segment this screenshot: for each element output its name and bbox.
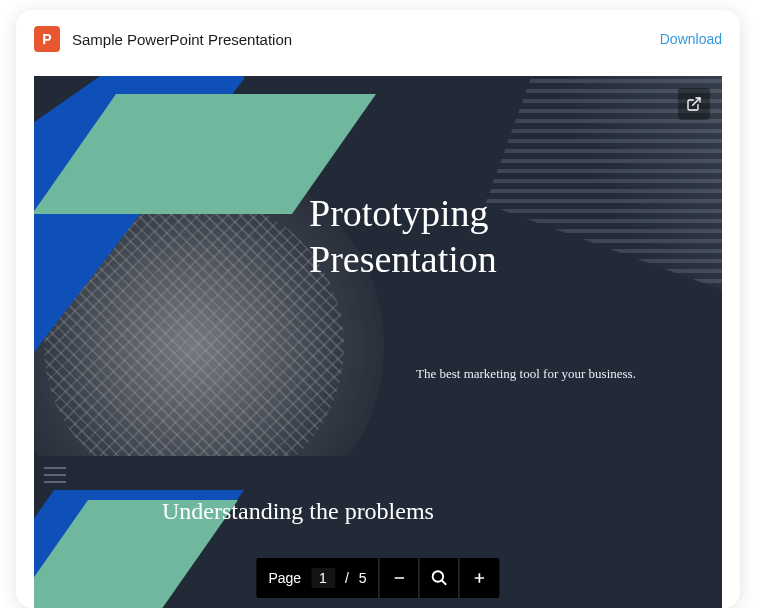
page-indicator: Page 1 / 5 <box>256 558 379 598</box>
powerpoint-icon-letter: P <box>42 31 51 47</box>
powerpoint-icon: P <box>34 26 60 52</box>
download-link[interactable]: Download <box>660 31 722 47</box>
popout-button[interactable] <box>678 88 710 120</box>
zoom-in-button[interactable] <box>460 558 500 598</box>
magnifier-icon <box>430 569 448 587</box>
plus-icon <box>472 570 488 586</box>
menu-button[interactable] <box>44 467 66 483</box>
header-bar: P Sample PowerPoint Presentation Downloa… <box>16 10 740 68</box>
zoom-reset-button[interactable] <box>420 558 460 598</box>
svg-line-3 <box>441 580 446 585</box>
slide-viewer: Prototyping Presentation The best market… <box>34 76 722 608</box>
total-pages: 5 <box>359 570 367 586</box>
zoom-out-button[interactable] <box>380 558 420 598</box>
file-title: Sample PowerPoint Presentation <box>72 31 292 48</box>
page-controls: Page 1 / 5 <box>256 558 499 598</box>
header-left: P Sample PowerPoint Presentation <box>34 26 292 52</box>
minus-icon <box>391 570 407 586</box>
slide-subtitle: The best marketing tool for your busines… <box>416 366 636 382</box>
svg-line-0 <box>693 98 700 105</box>
slide-1: Prototyping Presentation The best market… <box>34 76 722 456</box>
slide-title-line2: Presentation <box>309 238 497 280</box>
slide-2-title: Understanding the problems <box>162 498 434 525</box>
page-separator: / <box>345 570 349 586</box>
slide-title-line1: Prototyping <box>309 192 488 234</box>
current-page-number[interactable]: 1 <box>311 568 335 588</box>
slide-title: Prototyping Presentation <box>309 191 497 282</box>
presentation-viewer-card: P Sample PowerPoint Presentation Downloa… <box>16 10 740 608</box>
page-label-text: Page <box>268 570 301 586</box>
popout-icon <box>686 96 702 112</box>
svg-point-2 <box>432 571 443 582</box>
